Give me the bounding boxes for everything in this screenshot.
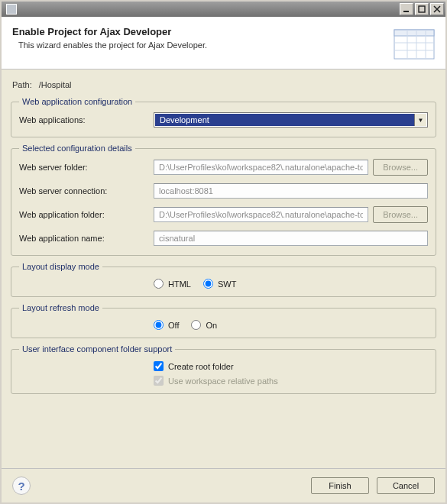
layout-display-swt-radio[interactable]: SWT xyxy=(203,279,236,289)
dialog-window: Enable Project for Ajax Developer This w… xyxy=(0,0,447,504)
web-app-config-group: Web application configuration Web applic… xyxy=(11,97,436,137)
help-icon: ? xyxy=(18,480,24,493)
layout-refresh-legend: Layout refresh mode xyxy=(19,303,102,312)
path-value: /Hospital xyxy=(39,80,72,89)
maximize-button[interactable] xyxy=(415,3,429,15)
path-label: Path: xyxy=(12,80,32,89)
web-applications-select[interactable]: Development ▼ xyxy=(154,112,428,128)
titlebar xyxy=(2,2,445,17)
footer-buttons: Finish Cancel xyxy=(311,477,435,494)
server-folder-browse-button: Browse... xyxy=(373,159,428,176)
layout-refresh-on-radio[interactable]: On xyxy=(191,320,217,330)
app-name-input xyxy=(154,231,428,246)
wizard-header: Enable Project for Ajax Developer This w… xyxy=(2,17,445,69)
app-folder-label: Web application folder: xyxy=(19,210,154,219)
window-controls xyxy=(400,3,444,15)
web-app-config-legend: Web application configuration xyxy=(19,97,135,106)
layout-display-html-label: HTML xyxy=(168,279,191,289)
app-folder-input xyxy=(154,207,368,222)
wizard-footer: ? Finish Cancel xyxy=(2,468,445,502)
ui-folder-group: User interface component folder support … xyxy=(11,344,436,394)
header-text: Enable Project for Ajax Developer This w… xyxy=(12,26,207,61)
wizard-body: Path: /Hospital Web application configur… xyxy=(2,69,445,468)
titlebar-left xyxy=(3,4,17,15)
layout-refresh-off-radio[interactable]: Off xyxy=(154,320,179,330)
web-applications-label: Web applications: xyxy=(19,115,154,124)
svg-rect-3 xyxy=(394,30,434,36)
svg-rect-0 xyxy=(403,11,409,12)
window-icon xyxy=(6,4,17,15)
page-subtitle: This wizard enables the project for Ajax… xyxy=(18,40,207,50)
layout-display-legend: Layout display mode xyxy=(19,262,102,271)
layout-refresh-off-label: Off xyxy=(168,321,179,330)
chevron-down-icon: ▼ xyxy=(414,114,426,126)
details-group: Selected configuration details Web serve… xyxy=(11,144,436,256)
app-folder-browse-button: Browse... xyxy=(373,206,428,223)
layout-refresh-on-label: On xyxy=(206,321,217,330)
page-title: Enable Project for Ajax Developer xyxy=(12,26,207,37)
svg-rect-1 xyxy=(419,6,425,12)
use-workspace-paths-checkbox: Use workspace relative paths xyxy=(154,376,278,386)
app-name-label: Web application name: xyxy=(19,234,154,243)
layout-display-group: Layout display mode HTML SWT xyxy=(11,262,436,297)
server-folder-label: Web server folder: xyxy=(19,163,154,172)
server-folder-input xyxy=(154,160,368,175)
web-applications-value: Development xyxy=(155,114,414,126)
path-row: Path: /Hospital xyxy=(12,80,436,89)
finish-button[interactable]: Finish xyxy=(311,477,369,494)
cancel-button[interactable]: Cancel xyxy=(377,477,435,494)
close-button[interactable] xyxy=(430,3,444,15)
details-legend: Selected configuration details xyxy=(19,144,135,153)
server-connection-input xyxy=(154,183,428,199)
layout-refresh-group: Layout refresh mode Off On xyxy=(11,303,436,338)
layout-display-html-radio[interactable]: HTML xyxy=(154,279,191,289)
help-button[interactable]: ? xyxy=(12,477,31,495)
create-root-folder-label: Create root folder xyxy=(168,362,234,371)
wizard-banner-icon xyxy=(394,27,435,61)
ui-folder-legend: User interface component folder support xyxy=(19,344,175,354)
use-workspace-paths-label: Use workspace relative paths xyxy=(168,376,278,386)
create-root-folder-checkbox[interactable]: Create root folder xyxy=(154,361,234,371)
minimize-button[interactable] xyxy=(400,3,413,15)
server-connection-label: Web server connection: xyxy=(19,186,154,195)
layout-display-swt-label: SWT xyxy=(218,279,236,289)
